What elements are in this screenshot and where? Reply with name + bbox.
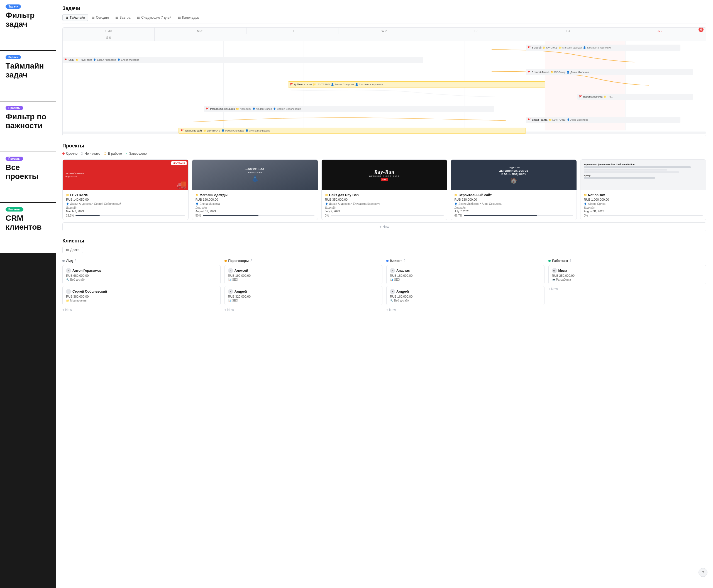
notionbox-date: August 31, 2023 — [584, 210, 703, 213]
notionbox-name: 📁 NotionBox — [584, 193, 703, 197]
client-card-sergey[interactable]: С Сергей Соболевский RUB 380,000.00 📁 Мо… — [62, 286, 221, 305]
filter-in-progress[interactable]: ⏱ В работе — [104, 152, 122, 155]
task-bar-3[interactable]: 🚩 Добавить фото 📁 LEVTRANS 👤 Роман Сквор… — [288, 81, 545, 87]
peregovory-add-new[interactable]: + New — [224, 307, 383, 313]
notionbox-info: 📁 NotionBox RUB 1,000,000.00 👤 Фёдор Орл… — [580, 190, 706, 220]
tab-calendar-label: Календарь — [182, 16, 199, 20]
tab-next7-label: Следующие 7 дней — [141, 16, 171, 20]
kanban-board: Лид 2 А Антон Герасимов RUB 680,000.00 🔧… — [62, 257, 706, 313]
andrey-p-avatar: А — [228, 289, 233, 294]
stroit-progress-fill — [464, 215, 537, 216]
stroit-info: 📁 Строительный сайт RUB 230,000.00 👤 Ден… — [451, 190, 577, 220]
sidebar: Задачи Фильтр задач Задачи Таймлайн зада… — [0, 0, 56, 588]
client-card-aleksey[interactable]: А Алексей RUB 190,000.00 📊 SEO — [224, 265, 383, 284]
clients-section: Клиенты ⊞ Доска Лид 2 А Антон Герасимов — [62, 238, 706, 313]
task-bar-7[interactable]: 🚩 Тексты на сайт 📁 LEVTRANS 👤 Роман Скво… — [178, 128, 526, 134]
stroit-people: 👤 Денис Любимов • Анна Соколова — [454, 202, 573, 205]
kanban-col-klient: Клиент 2 А Анастас RUB 180,000.00 📊 SEO — [386, 257, 544, 313]
project-card-stroit[interactable]: ОТДЕЛКА ДЕРЕВЯННЫХ ДОМОВ И БАНЬ ПОД КЛЮЧ… — [451, 160, 577, 220]
client-card-anastas[interactable]: А Анастас RUB 180,000.00 📊 SEO — [386, 265, 544, 284]
tab-timeline[interactable]: ▦ Таймлайн — [62, 14, 88, 21]
stroit-price: RUB 230,000.00 — [454, 198, 573, 201]
notionbox-thumb: Управление финансами Pro. Шаблон в Notio… — [580, 160, 706, 190]
client-card-andrey-p[interactable]: А Андрей RUB 320,000.00 📊 SEO — [224, 286, 383, 305]
tab-tomorrow[interactable]: ▦ Завтра — [112, 14, 133, 21]
sidebar-card-tasks-filter[interactable]: Задачи Фильтр задач — [0, 0, 56, 50]
client-card-anton[interactable]: А Антон Герасимов RUB 680,000.00 🔧 Веб-д… — [62, 265, 221, 284]
task-bar-0[interactable]: 🚩 5 статей 📁 DV-Group 📁 Магазин одежды 👤… — [526, 45, 680, 51]
task-bar-4[interactable]: 🚩 Верстка проекта 📁 Tra... — [577, 93, 693, 100]
peregovory-count: 2 — [251, 259, 252, 263]
tab-calendar[interactable]: ▦ Календарь — [175, 14, 202, 21]
rayban-date: July 9, 2023 — [325, 210, 444, 213]
task-bar-5[interactable]: 🚩 Разработка лендинга 📁 NotionBox 👤 Фёдо… — [204, 106, 494, 112]
kanban-col-peregovory: Переговоры 2 А Алексей RUB 190,000.00 📊 … — [224, 257, 383, 313]
rayban-progress-bg — [330, 215, 444, 216]
crm-badge: Клиенты — [5, 207, 23, 211]
task-row-3: 🚩 Добавить фото 📁 LEVTRANS 👤 Роман Сквор… — [63, 80, 706, 89]
client-card-mila[interactable]: М Мила RUB 250,000.00 💻 Разработка — [548, 265, 707, 284]
klient-status-dot — [386, 260, 389, 262]
tab-today[interactable]: ▦ Сегодня — [89, 14, 112, 21]
task-row-5: 🚩 Разработка лендинга 📁 NotionBox 👤 Фёдо… — [63, 104, 706, 114]
sidebar-card-all-projects[interactable]: Проекты Все проекты — [0, 152, 56, 202]
filter-urgent[interactable]: Срочно — [62, 152, 78, 155]
filter-not-started[interactable]: Не начато — [81, 152, 100, 155]
client-card-andrey-k[interactable]: А Андрей RUB 160,000.00 🔧 Веб-дизайн — [386, 286, 544, 305]
rabotaem-status-dot — [548, 260, 550, 262]
rayban-deadline-label: Дедлайн — [325, 206, 444, 209]
not-started-dot — [81, 152, 83, 155]
project-card-levtrans[interactable]: Автомобильные перевозки 🚚 LEVTRANS 📁 LEV… — [62, 160, 189, 220]
project-card-magaz[interactable]: НЕИЗМЕННАЯ КЛАССИКА 👗 📁 Магазин одежды R… — [192, 160, 318, 220]
board-tab[interactable]: ⊞ Доска — [62, 247, 83, 253]
project-card-notionbox[interactable]: Управление финансами Pro. Шаблон в Notio… — [580, 160, 706, 220]
projects-grid: Автомобильные перевозки 🚚 LEVTRANS 📁 LEV… — [62, 160, 706, 220]
task-bar-6[interactable]: 🚩 Дизайн сайта 📁 LEVTRANS 👤 Анна Соколов… — [526, 117, 680, 123]
calendar-icon: ▦ — [178, 16, 181, 20]
anton-price: RUB 680,000.00 — [66, 274, 217, 277]
sergey-tag-icon: 📁 — [66, 299, 69, 302]
task-bar-2[interactable]: 🚩 5 статей Malsib 📁 DV-Group 👤 Денис Люб… — [526, 69, 693, 75]
task-row-2: 🚩 5 статей Malsib 📁 DV-Group 👤 Денис Люб… — [63, 67, 706, 77]
filter-not-started-label: Не начато — [84, 152, 100, 155]
task-bar-1[interactable]: 🚩 SMM 📁 Travel сайт 👤 Дарья Андреева 👤 Е… — [63, 57, 423, 63]
sidebar-card-crm[interactable]: Клиенты CRM клиентов — [0, 203, 56, 253]
stroit-progress-row: 66.7% — [454, 214, 573, 217]
lid-add-new[interactable]: + New — [62, 307, 221, 313]
magaz-thumb: НЕИЗМЕННАЯ КЛАССИКА 👗 — [192, 160, 318, 190]
tasks-timeline-title: Таймлайн задач — [5, 62, 50, 79]
rayban-name: 📁 Сайт для Ray-Ban — [325, 193, 444, 197]
tab-tomorrow-label: Завтра — [120, 16, 130, 20]
peregovory-label: Переговоры — [229, 259, 249, 263]
andrey-p-name: А Андрей — [228, 289, 379, 294]
magaz-name: 📁 Магазин одежды — [196, 193, 315, 197]
mila-avatar: М — [552, 268, 557, 273]
notionbox-progress-pct: 0% — [584, 214, 588, 217]
rabotaem-add-new[interactable]: + New — [548, 286, 707, 292]
add-new-project[interactable]: + New — [62, 223, 706, 231]
day-s5: S 5 6 — [614, 27, 706, 34]
levtrans-date: March 8, 2023 — [66, 210, 185, 213]
levtrans-info: 📁 LEVTRANS RUB 140,050.00 👤 Дарья Андрее… — [63, 190, 188, 220]
tab-next7days[interactable]: ▦ Следующие 7 дней — [134, 14, 174, 21]
filter-urgent-label: Срочно — [66, 152, 78, 155]
task-row-4: 🚩 Верстка проекта 📁 Tra... — [63, 92, 706, 101]
rayban-thumb: Ray-Ban GENUINE SINCE 1937 Sale — [322, 160, 447, 190]
sidebar-card-projects-filter[interactable]: Проекты Фильтр по важности — [0, 101, 56, 152]
filter-done[interactable]: ✓ Завершено — [125, 152, 147, 155]
day-t1: T 1 — [246, 27, 339, 34]
lid-label: Лид — [66, 259, 73, 263]
rabotaem-label: Работаем — [552, 259, 568, 263]
klient-add-new[interactable]: + New — [386, 307, 544, 313]
sergey-name: С Сергей Соболевский — [66, 289, 217, 294]
help-button[interactable]: ? — [698, 568, 708, 577]
levtrans-progress-row: 22.2% — [66, 214, 185, 217]
filter-done-label: Завершено — [129, 152, 147, 155]
magaz-date: August 31, 2023 — [196, 210, 315, 213]
rayban-progress-pct: 0% — [325, 214, 329, 217]
tasks-filter-badge: Задачи — [5, 4, 21, 9]
stroit-progress-bg — [464, 215, 573, 216]
sidebar-card-tasks-timeline[interactable]: Задачи Таймлайн задач — [0, 51, 56, 101]
project-card-rayban[interactable]: Ray-Ban GENUINE SINCE 1937 Sale 📁 Сайт д… — [321, 160, 448, 220]
kanban-col-lid: Лид 2 А Антон Герасимов RUB 680,000.00 🔧… — [62, 257, 221, 313]
